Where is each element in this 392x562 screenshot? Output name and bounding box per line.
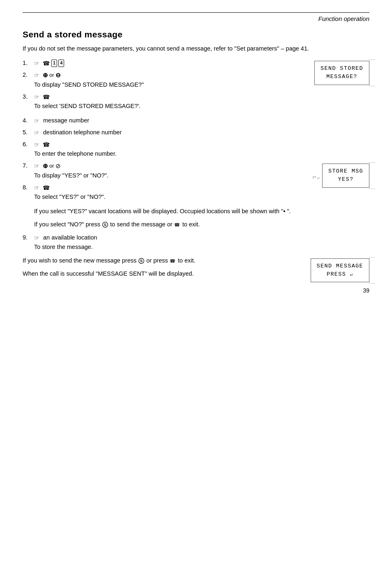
lcd-3-line1: SEND MESSAGE: [317, 262, 363, 270]
step-4-content: ☞ message number: [34, 116, 369, 125]
step-5-number: 5.: [23, 128, 34, 137]
phone-icon-footer: ☎: [170, 258, 176, 264]
lcd-3-line2: PRESS ↵: [317, 270, 363, 279]
svg-text:S: S: [140, 259, 143, 263]
finger-icon-1: ☞: [34, 60, 42, 67]
footer-para-1: If you wish to send the new message pres…: [23, 256, 291, 265]
step-9-number: 9.: [23, 233, 34, 242]
svg-text:☞: ☞: [34, 118, 39, 124]
lcd-2-line2: YES?: [328, 175, 363, 184]
finger-icon-4: ☞: [34, 117, 42, 124]
svg-text:☞: ☞: [34, 235, 39, 241]
lcd-display-1: SEND STORED MESSAGE?: [314, 61, 369, 85]
step-1-number: 1.: [23, 59, 34, 67]
finger-icon-5: ☞: [34, 129, 42, 136]
step-7-number: 7.: [23, 161, 34, 170]
steps-group-1: 1. ☞ ☎ 1 4: [23, 59, 369, 114]
step-5-content: ☞ destination telephone number: [34, 128, 369, 137]
steps-col-2: 7. ☞ ⊕ or ⊘ To display "YES?" or "NO?".: [23, 161, 300, 205]
steps-list-4: 9. ☞ an available location To store the …: [23, 233, 369, 251]
lcd-1-line1: SEND STORED: [321, 64, 363, 73]
step-9-sub: To store the message.: [34, 243, 369, 251]
svg-text:☎: ☎: [43, 94, 50, 101]
svg-text:☎: ☎: [43, 61, 50, 67]
scroll-up-icon-7: ⊕: [43, 161, 48, 170]
step-4: 4. ☞ message number: [23, 116, 369, 125]
svg-text:☞: ☞: [34, 130, 39, 136]
finger-icon-3: ☞: [34, 93, 42, 101]
step-8-extra-1: If you select "YES?" vacant locations wi…: [34, 207, 369, 216]
step-9-icons: ☞: [34, 234, 42, 242]
footer-section: If you wish to send the new message pres…: [23, 256, 369, 288]
step-3-text: To select 'SEND STORED MESSAGE?'.: [34, 102, 291, 111]
step-3-icons: ☞ ☎: [34, 93, 50, 101]
header-title: Function operation: [318, 15, 369, 22]
step-7: 7. ☞ ⊕ or ⊘ To display "YES?" or "NO?".: [23, 161, 291, 180]
step-2: 2. ☞ ⊕ or ⊖ To display "SEND STORED MESS…: [23, 71, 291, 89]
svg-text:☎: ☎: [43, 185, 50, 191]
header-rule: [23, 12, 369, 13]
steps-list-1: 1. ☞ ☎ 1 4: [23, 59, 291, 111]
step-3-content: ☞ ☎ To select 'SEND STORED MESSAGE?'.: [34, 92, 291, 111]
phone-icon-6: ☎: [43, 141, 50, 148]
step-6: 6. ☞ ☎ To enter the telephone number.: [23, 140, 369, 158]
section-title: Send a stored message: [23, 30, 369, 39]
steps-list-3: 7. ☞ ⊕ or ⊘ To display "YES?" or "NO?".: [23, 161, 291, 201]
step-2-text: To display "SEND STORED MESSAGE?": [34, 81, 291, 89]
finger-icon-2: ☞: [34, 71, 42, 79]
svg-text:☞: ☞: [34, 163, 39, 170]
step-3-number: 3.: [23, 92, 34, 101]
step-6-content: ☞ ☎ To enter the telephone number.: [34, 140, 369, 158]
send-icon-8: S: [102, 221, 108, 228]
or-text-2: or: [49, 71, 54, 79]
step-9: 9. ☞ an available location To store the …: [23, 233, 369, 251]
footer-text-col: If you wish to send the new message pres…: [23, 256, 300, 283]
steps-list-2: 4. ☞ message number 5. ☞ destinatio: [23, 116, 369, 158]
step-4-icons: ☞: [34, 117, 42, 124]
svg-text:S: S: [104, 223, 106, 227]
step-5: 5. ☞ destination telephone number: [23, 128, 369, 137]
svg-text:☞: ☞: [34, 60, 39, 67]
scroll-down-icon-2: ⊖: [55, 71, 61, 80]
step-5-icons: ☞: [34, 129, 42, 136]
num-icon-1: 1: [51, 60, 57, 67]
step-6-text: To enter the telephone number.: [34, 150, 369, 158]
step-2-icons: ☞ ⊕ or ⊖: [34, 71, 61, 80]
step-8-text: To select "YES?" or "NO?".: [34, 193, 291, 201]
page-container: Function operation Send a stored message…: [0, 0, 392, 306]
step-4-text: message number: [43, 117, 89, 124]
display-col-3: SEND MESSAGE PRESS ↵: [300, 256, 369, 288]
step-1: 1. ☞ ☎ 1 4: [23, 59, 291, 67]
step-8-content: ☞ ☎ To select "YES?" or "NO?".: [34, 183, 291, 201]
steps-col-1: 1. ☞ ☎ 1 4: [23, 59, 300, 114]
svg-text:☎: ☎: [174, 222, 180, 227]
phone-icon-8b: ☎: [174, 221, 181, 228]
page-number: 39: [363, 287, 369, 294]
step-9-text: an available location: [43, 234, 97, 241]
lcd-3-arrow: ↵: [350, 272, 353, 277]
svg-text:☞: ☞: [34, 72, 39, 79]
svg-text:☞: ☞: [34, 142, 39, 148]
svg-text:☞: ☞: [34, 94, 39, 101]
finger-icon-6: ☞: [34, 141, 42, 148]
lcd-display-2: STORE MSG YES?: [322, 164, 369, 188]
step-2-number: 2.: [23, 71, 34, 79]
step-6-icons: ☞ ☎: [34, 141, 50, 148]
display-col-1: SEND STORED MESSAGE?: [300, 59, 369, 90]
finger-icon-7: ☞: [34, 162, 42, 170]
header-line: Function operation: [23, 15, 369, 22]
phone-icon-3: ☎: [43, 93, 50, 101]
step-1-icons: ☞ ☎ 1 4: [34, 60, 64, 67]
step-3: 3. ☞ ☎ To select 'SEND STORED MESSAGE?'.: [23, 92, 291, 111]
svg-text:☎: ☎: [43, 142, 50, 148]
step-9-content: ☞ an available location To store the mes…: [34, 233, 369, 251]
lcd-display-3: SEND MESSAGE PRESS ↵: [311, 258, 369, 283]
lcd-1-line2: MESSAGE?: [321, 73, 363, 81]
step-7-icons: ☞ ⊕ or ⊘: [34, 161, 61, 170]
intro-text: If you do not set the message parameters…: [23, 44, 369, 53]
step-5-text: destination telephone number: [43, 129, 122, 136]
step-8-icons: ☞ ☎: [34, 184, 50, 191]
step-8: 8. ☞ ☎ To select "YES?" or "NO?".: [23, 183, 291, 201]
svg-text:☎: ☎: [170, 258, 175, 263]
lcd-2-line1: STORE MSG: [328, 167, 363, 175]
